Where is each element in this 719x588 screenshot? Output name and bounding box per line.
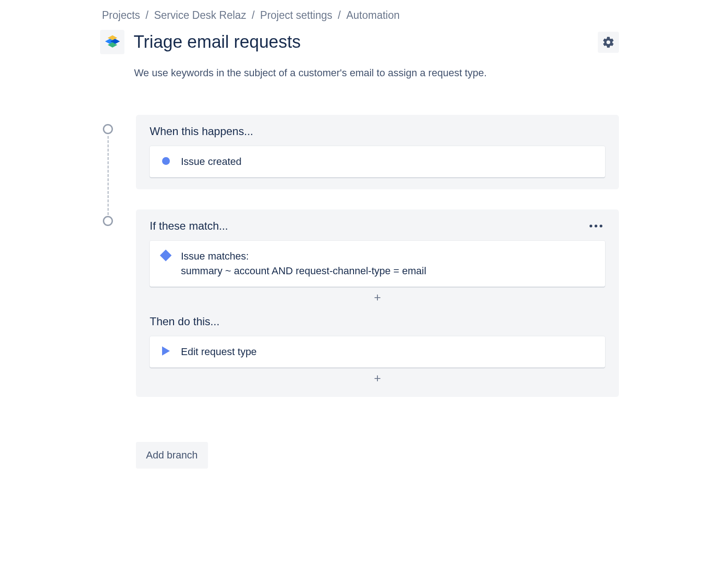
rule-icon <box>100 30 124 54</box>
condition-card[interactable]: Issue matches: summary ~ account AND req… <box>150 241 605 287</box>
condition-jql: summary ~ account AND request-channel-ty… <box>181 264 426 278</box>
trigger-label: Issue created <box>181 154 242 169</box>
trigger-card[interactable]: Issue created <box>150 146 605 177</box>
action-label: Edit request type <box>181 345 257 359</box>
page-title: Triage email requests <box>134 32 589 52</box>
breadcrumb-sep: / <box>146 9 148 22</box>
rule-description: We use keywords in the subject of a cust… <box>134 67 619 79</box>
timeline-connector <box>107 136 109 215</box>
add-action-button[interactable]: + <box>150 368 605 385</box>
breadcrumb-project[interactable]: Service Desk Relaz <box>154 9 246 22</box>
add-branch-button[interactable]: Add branch <box>136 442 208 469</box>
breadcrumb: Projects / Service Desk Relaz / Project … <box>100 9 619 22</box>
trigger-icon <box>161 154 171 167</box>
timeline-node-icon <box>103 124 113 134</box>
gear-icon <box>602 36 615 49</box>
action-icon <box>161 345 171 357</box>
breadcrumb-automation[interactable]: Automation <box>346 9 399 22</box>
then-header: Then do this... <box>150 315 605 328</box>
condition-label: Issue matches: <box>181 249 426 264</box>
breadcrumb-projects[interactable]: Projects <box>102 9 140 22</box>
if-header: If these match... <box>150 220 228 232</box>
timeline-node-icon <box>103 216 113 226</box>
branch-more-button[interactable] <box>587 222 605 230</box>
timeline <box>100 115 136 390</box>
add-condition-button[interactable]: + <box>150 287 605 304</box>
breadcrumb-settings[interactable]: Project settings <box>260 9 332 22</box>
condition-icon <box>161 249 171 262</box>
trigger-header: When this happens... <box>150 125 253 138</box>
breadcrumb-sep: / <box>338 9 341 22</box>
trigger-panel: When this happens... Issue created <box>136 115 619 189</box>
action-card[interactable]: Edit request type <box>150 336 605 368</box>
rule-settings-button[interactable] <box>598 32 619 53</box>
branch-panel: If these match... Issue matches: summary… <box>136 209 619 397</box>
breadcrumb-sep: / <box>252 9 254 22</box>
